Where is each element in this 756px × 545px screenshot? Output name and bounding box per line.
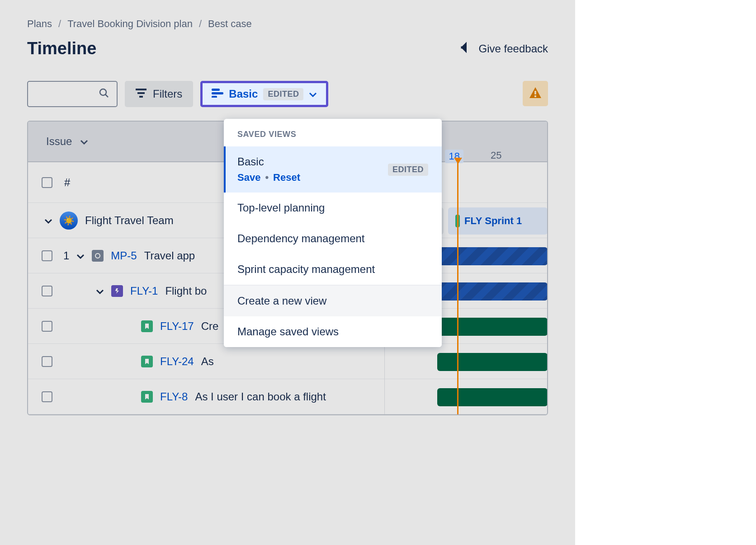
story-icon	[141, 320, 153, 332]
view-label: Basic	[229, 88, 258, 100]
issue-title: Travel app	[144, 249, 195, 262]
dropdown-item[interactable]: Top-level planning	[224, 193, 442, 223]
issue-title: As	[201, 355, 214, 368]
issue-key[interactable]: FLY-24	[160, 355, 194, 368]
chevron-down-icon[interactable]	[44, 214, 52, 227]
issue-key[interactable]: FLY-17	[160, 320, 194, 333]
breadcrumb-separator: /	[199, 18, 202, 30]
row-checkbox[interactable]	[42, 391, 52, 402]
gantt-bar[interactable]	[437, 282, 548, 301]
view-selector-button[interactable]: Basic EDITED	[200, 81, 328, 107]
story-icon	[141, 391, 153, 403]
gantt-bar[interactable]	[437, 247, 548, 265]
initiative-icon	[92, 250, 104, 262]
svg-rect-5	[212, 89, 220, 91]
svg-rect-4	[139, 96, 143, 98]
dropdown-header: SAVED VIEWS	[224, 119, 442, 146]
gantt-bar[interactable]	[437, 388, 548, 406]
give-feedback-button[interactable]: Give feedback	[460, 41, 548, 57]
view-icon	[212, 88, 223, 100]
view-name: Basic	[237, 155, 300, 168]
reset-link[interactable]: Reset	[273, 172, 300, 183]
svg-point-0	[100, 89, 106, 95]
row-number: 1	[63, 249, 69, 262]
svg-point-10	[95, 254, 100, 258]
sprint-label: FLY Sprint 1	[464, 215, 522, 227]
filters-label: Filters	[153, 88, 182, 100]
chevron-down-icon[interactable]	[96, 285, 104, 297]
svg-rect-3	[137, 92, 145, 94]
team-name: Flight Travel Team	[85, 214, 174, 227]
breadcrumb-plan[interactable]: Travel Booking Division plan	[67, 18, 193, 30]
breadcrumb-plans[interactable]: Plans	[27, 18, 52, 30]
breadcrumb-scenario[interactable]: Best case	[208, 18, 252, 30]
epic-icon	[111, 285, 123, 297]
svg-rect-2	[136, 89, 146, 90]
manage-views-item[interactable]: Manage saved views	[224, 316, 442, 347]
svg-rect-6	[212, 92, 223, 94]
chevron-down-icon	[80, 135, 88, 148]
svg-line-1	[105, 94, 108, 97]
row-checkbox[interactable]	[42, 250, 52, 261]
save-link[interactable]: Save	[237, 172, 260, 183]
separator: •	[265, 172, 269, 183]
filters-button[interactable]: Filters	[125, 81, 193, 107]
search-icon	[99, 88, 109, 100]
chevron-down-icon[interactable]	[76, 249, 85, 262]
row-checkbox[interactable]	[42, 356, 52, 367]
issue-title: Cre	[201, 320, 219, 333]
issue-key[interactable]: FLY-8	[160, 390, 188, 403]
edited-badge: EDITED	[388, 164, 428, 176]
svg-rect-9	[534, 95, 536, 97]
issue-key[interactable]: MP-5	[111, 249, 137, 262]
today-line	[457, 162, 458, 414]
issue-title: Flight bo	[165, 285, 207, 297]
row-checkbox[interactable]	[42, 286, 52, 296]
breadcrumb: Plans / Travel Booking Division plan / B…	[27, 18, 548, 30]
edited-badge: EDITED	[263, 88, 303, 100]
story-icon	[141, 356, 153, 367]
dropdown-item[interactable]: Sprint capacity management	[224, 254, 442, 285]
issue-title: As I user I can book a flight	[195, 390, 326, 403]
hash-column: #	[64, 176, 70, 189]
team-icon: ☀️	[60, 211, 78, 230]
gantt-bar[interactable]	[437, 353, 548, 371]
issue-column-header[interactable]: Issue	[46, 135, 72, 148]
svg-rect-8	[534, 91, 536, 94]
filter-icon	[136, 88, 146, 100]
dropdown-item[interactable]: Dependency management	[224, 223, 442, 254]
page-title: Timeline	[27, 39, 96, 58]
svg-rect-7	[212, 96, 217, 98]
select-all-checkbox[interactable]	[42, 177, 52, 188]
give-feedback-label: Give feedback	[479, 42, 548, 55]
search-input[interactable]	[27, 81, 118, 107]
warning-icon	[529, 86, 542, 101]
saved-views-dropdown: SAVED VIEWS Basic Save • Reset EDITED To…	[224, 119, 442, 347]
sprint-pill[interactable]: FLY Sprint 1	[448, 207, 548, 235]
issue-key[interactable]: FLY-1	[130, 285, 158, 297]
chevron-down-icon	[309, 88, 317, 100]
breadcrumb-separator: /	[58, 18, 61, 30]
warning-button[interactable]	[523, 81, 548, 106]
megaphone-icon	[460, 41, 473, 57]
dropdown-item-current[interactable]: Basic Save • Reset EDITED	[224, 146, 442, 193]
row-checkbox[interactable]	[42, 321, 52, 332]
today-marker	[454, 158, 462, 164]
create-view-item[interactable]: Create a new view	[224, 286, 442, 316]
